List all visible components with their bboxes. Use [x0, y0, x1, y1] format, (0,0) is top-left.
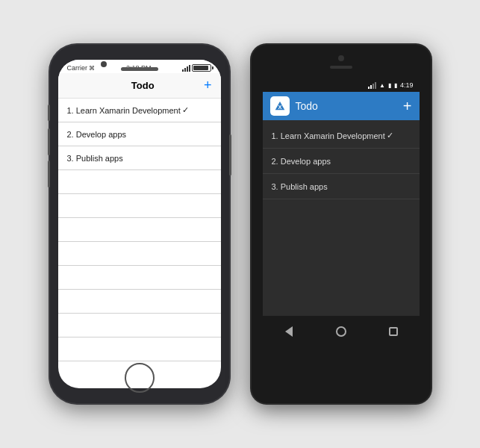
- ios-empty-row-2: [58, 194, 221, 218]
- android-battery-icon: ▮: [394, 82, 397, 89]
- ios-empty-row-8: [58, 337, 221, 361]
- xamarin-logo: X: [270, 96, 290, 116]
- ios-empty-row-3: [58, 218, 221, 242]
- android-checkmark-1: ✓: [387, 131, 393, 140]
- ios-mute-switch: [48, 105, 50, 121]
- ios-home-button[interactable]: [125, 363, 155, 393]
- android-todo-item-3[interactable]: 3. Publish apps: [263, 174, 420, 199]
- ios-add-button[interactable]: +: [204, 78, 212, 93]
- android-camera: [338, 55, 344, 61]
- ios-speaker: [121, 67, 158, 71]
- ios-screen: Carrier ⌘ 2:18 PM Todo + 1. Learn Xamari…: [58, 60, 221, 388]
- android-signal-icon: [368, 82, 376, 89]
- ios-volume-up: [48, 128, 50, 155]
- android-nav-bar: [263, 316, 420, 347]
- android-screen: ▲ ▮ ▮ 4:19 X Todo + 1. Learn Xamarin Dev…: [263, 78, 420, 347]
- ios-status-bar: Carrier ⌘ 2:18 PM: [58, 60, 221, 73]
- android-toolbar: X Todo +: [263, 92, 420, 120]
- android-status-bar: ▲ ▮ ▮ 4:19: [263, 78, 420, 92]
- ios-empty-row-5: [58, 266, 221, 290]
- ios-todo-text-2: 2. Develop apps: [67, 130, 127, 139]
- ios-app-title: Todo: [131, 80, 155, 91]
- ios-empty-row-6: [58, 290, 221, 314]
- ios-camera: [101, 61, 107, 67]
- svg-text:X: X: [278, 104, 281, 111]
- android-app-title: Todo: [296, 100, 403, 112]
- android-todo-item-1[interactable]: 1. Learn Xamarin Development ✓: [263, 123, 420, 149]
- ios-signal-icon: [182, 65, 190, 72]
- android-todo-list: 1. Learn Xamarin Development ✓ 2. Develo…: [263, 120, 420, 316]
- ios-todo-list: 1. Learn Xamarin Development ✓ 2. Develo…: [58, 99, 221, 388]
- ios-todo-item-2[interactable]: 2. Develop apps: [58, 122, 221, 146]
- android-speaker: [330, 66, 352, 69]
- android-todo-text-3: 3. Publish apps: [272, 182, 328, 191]
- ios-todo-item-1[interactable]: 1. Learn Xamarin Development ✓: [58, 99, 221, 122]
- android-todo-text-2: 2. Develop apps: [272, 157, 331, 166]
- android-home-button[interactable]: [334, 325, 348, 338]
- home-icon: [336, 326, 346, 337]
- ios-volume-down: [48, 161, 50, 187]
- android-add-button[interactable]: +: [403, 98, 412, 115]
- android-back-button[interactable]: [282, 325, 296, 338]
- android-wifi-icon: ▲: [379, 82, 385, 89]
- ios-todo-item-3[interactable]: 3. Publish apps: [58, 146, 221, 170]
- ios-checkmark-1: ✓: [182, 105, 189, 115]
- ios-empty-row-1: [58, 170, 221, 194]
- recents-icon: [389, 327, 398, 336]
- android-phone: ▲ ▮ ▮ 4:19 X Todo + 1. Learn Xamarin Dev…: [252, 45, 431, 403]
- ios-battery-icon: [192, 64, 211, 72]
- ios-wifi-icon: ⌘: [89, 65, 95, 72]
- android-time: 4:19: [400, 81, 414, 89]
- android-todo-item-2[interactable]: 2. Develop apps: [263, 149, 420, 174]
- ios-empty-row-4: [58, 242, 221, 266]
- android-charging-icon: ▮: [388, 82, 391, 89]
- ios-nav-bar: Todo +: [58, 73, 221, 99]
- android-todo-text-1: 1. Learn Xamarin Development: [272, 131, 385, 140]
- ios-empty-row-7: [58, 314, 221, 337]
- ios-carrier: Carrier ⌘: [67, 64, 96, 72]
- ios-carrier-label: Carrier: [67, 64, 88, 72]
- ios-todo-text-3: 3. Publish apps: [67, 154, 123, 163]
- android-recents-button[interactable]: [387, 325, 400, 338]
- ios-todo-text-1: 1. Learn Xamarin Development: [67, 106, 181, 115]
- ios-power-button: [229, 134, 231, 175]
- xamarin-logo-svg: X: [273, 99, 287, 113]
- back-icon: [285, 326, 293, 337]
- ios-phone: Carrier ⌘ 2:18 PM Todo + 1. Learn Xamari…: [50, 45, 229, 403]
